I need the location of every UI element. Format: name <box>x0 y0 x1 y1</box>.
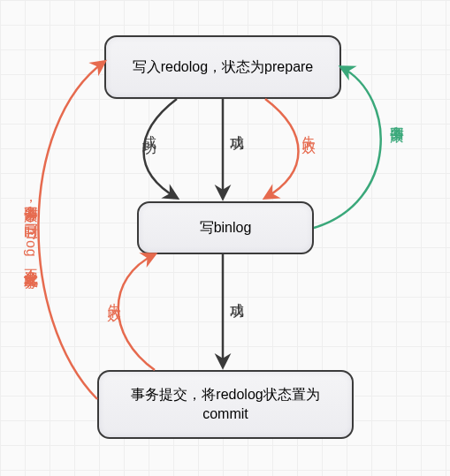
label-rollback-right: 事务回滚 <box>389 115 404 118</box>
label-success-a: 成 功 <box>141 124 156 130</box>
node-binlog-label: 写binlog <box>200 218 252 238</box>
edge-n3-n2-fail <box>118 254 155 370</box>
label-success-b: 成功 <box>229 124 244 125</box>
node-prepare-label: 写入redolog，状态为prepare <box>133 57 314 77</box>
node-commit-label: 事务提交，将redolog状态置为commit <box>111 385 339 425</box>
edge-n1-n2-fail <box>265 99 299 198</box>
node-commit: 事务提交，将redolog状态置为commit <box>97 370 354 439</box>
edge-n1-n2-left <box>144 99 178 198</box>
node-binlog: 写binlog <box>137 201 314 254</box>
label-fail-a: 失 败 <box>301 124 316 130</box>
label-fail-b: 失 败 <box>106 291 121 298</box>
label-rollback-left: 事务回滚，同时binlog不会记录此次事务 <box>23 79 38 380</box>
node-prepare: 写入redolog，状态为prepare <box>104 35 341 99</box>
label-success-c: 成功 <box>229 291 244 293</box>
edge-n3-n1-rollback <box>38 62 104 399</box>
